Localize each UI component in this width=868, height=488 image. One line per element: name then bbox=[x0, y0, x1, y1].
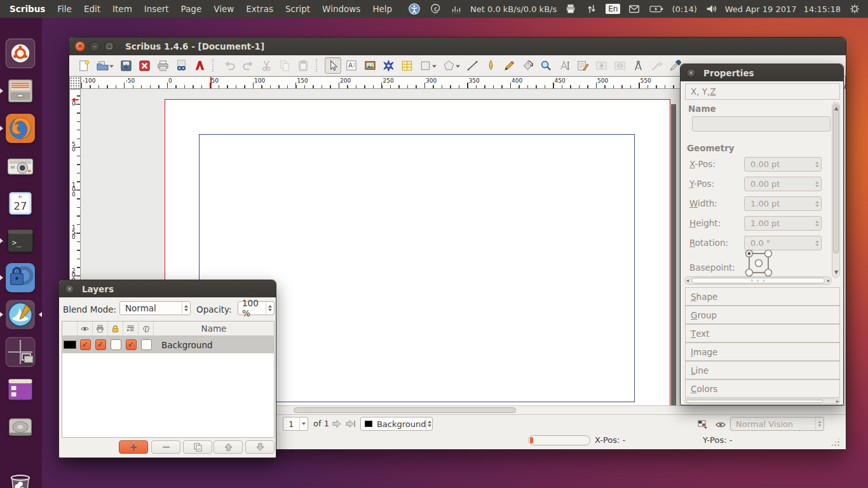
layers-titlebar[interactable]: ✕ Layers bbox=[59, 280, 276, 297]
duplicate-layer-button[interactable] bbox=[183, 440, 212, 454]
menu-insert[interactable]: Insert bbox=[144, 4, 169, 14]
section-colors[interactable]: Colors bbox=[685, 379, 840, 398]
window-resize-grip[interactable] bbox=[831, 437, 841, 446]
insert-polygon-button[interactable] bbox=[440, 57, 457, 74]
story-editor-button[interactable] bbox=[574, 57, 591, 74]
scrollbar-handle[interactable] bbox=[294, 407, 516, 413]
tab-xyz[interactable]: X, Y, Z bbox=[685, 83, 840, 100]
session-gear-icon[interactable] bbox=[848, 2, 862, 16]
close-document-button[interactable] bbox=[136, 57, 153, 74]
properties-horizontal-scrollbar[interactable]: ◂• • •▸ bbox=[684, 276, 832, 285]
window-maximize-button[interactable]: ▢ bbox=[104, 41, 114, 51]
insert-table-button[interactable] bbox=[398, 57, 415, 74]
insert-shape-button[interactable] bbox=[417, 57, 433, 74]
window-titlebar[interactable]: ✕ – ▢ Scribus 1.4.6 - [Document-1] bbox=[69, 37, 846, 55]
date-label[interactable]: Wed Apr 19 2017 bbox=[725, 4, 797, 14]
basepoint-selector[interactable] bbox=[744, 248, 773, 279]
open-document-button[interactable] bbox=[94, 57, 111, 74]
print-document-button[interactable] bbox=[154, 57, 171, 74]
battery-icon[interactable] bbox=[648, 2, 665, 16]
redo-button[interactable] bbox=[240, 57, 256, 74]
copy-button[interactable] bbox=[276, 57, 293, 74]
properties-bottom-scrollbar[interactable]: ▸ bbox=[684, 398, 840, 404]
layer-color-swatch[interactable] bbox=[64, 341, 76, 349]
new-document-button[interactable] bbox=[76, 57, 92, 74]
swirl-indicator-icon[interactable] bbox=[428, 2, 442, 16]
width-spinner[interactable]: 1.00 pt bbox=[744, 196, 822, 211]
remove-layer-button[interactable] bbox=[151, 440, 180, 454]
menu-edit[interactable]: Edit bbox=[84, 4, 100, 14]
y-pos-spinner[interactable]: 0.00 pt bbox=[744, 177, 822, 191]
section-text[interactable]: Text bbox=[685, 324, 840, 342]
rotate-item-button[interactable] bbox=[519, 57, 536, 74]
x-pos-spinner[interactable]: 0.00 pt bbox=[744, 157, 822, 172]
section-line[interactable]: Line bbox=[685, 361, 840, 379]
blend-mode-combo[interactable]: Normal bbox=[119, 301, 191, 315]
launcher-terminal-icon[interactable]: >_ bbox=[5, 226, 36, 256]
launcher-screenshot-camera-icon[interactable] bbox=[5, 151, 36, 181]
sync-arrows-icon[interactable] bbox=[585, 2, 599, 16]
launcher-firefox-icon[interactable] bbox=[5, 113, 36, 144]
layer-checkbox-5[interactable] bbox=[141, 339, 152, 350]
vision-mode-combo[interactable]: Normal Vision bbox=[730, 417, 824, 431]
lower-layer-button[interactable] bbox=[245, 440, 275, 454]
unlink-text-frames-button[interactable] bbox=[611, 57, 628, 74]
mail-icon[interactable] bbox=[627, 2, 641, 16]
insert-render-frame-button[interactable] bbox=[380, 57, 397, 74]
section-image[interactable]: Image bbox=[685, 342, 840, 361]
window-minimize-button[interactable]: – bbox=[90, 41, 100, 51]
launcher-desktop-window-icon[interactable] bbox=[5, 374, 36, 405]
launcher-passwords-keys-icon[interactable] bbox=[5, 262, 36, 293]
scrollbar-thumb[interactable] bbox=[833, 104, 839, 254]
paste-button[interactable] bbox=[295, 57, 311, 74]
layer-row[interactable]: Background bbox=[62, 336, 274, 353]
sound-icon[interactable] bbox=[704, 2, 718, 16]
layer-name[interactable]: Background bbox=[154, 340, 274, 350]
last-page-button[interactable] bbox=[345, 418, 356, 431]
ruler-origin-button[interactable] bbox=[69, 76, 81, 89]
edit-contents-button[interactable] bbox=[556, 57, 573, 74]
scrollbar-thumb[interactable]: • • • bbox=[691, 278, 825, 283]
insert-text-frame-button[interactable] bbox=[343, 57, 360, 74]
insert-line-button[interactable] bbox=[464, 57, 480, 74]
zoom-button[interactable] bbox=[538, 57, 554, 74]
time-label[interactable]: 14:15:18 bbox=[804, 4, 841, 14]
system-load-icon[interactable] bbox=[449, 2, 463, 16]
menu-file[interactable]: File bbox=[57, 4, 72, 14]
active-layer-combo[interactable]: Background bbox=[360, 417, 433, 431]
undo-button[interactable] bbox=[221, 57, 238, 74]
export-pdf-button[interactable] bbox=[191, 57, 208, 74]
name-input[interactable] bbox=[692, 116, 831, 132]
image-quality-icon[interactable] bbox=[697, 419, 709, 432]
layers-close-button[interactable]: ✕ bbox=[65, 284, 74, 294]
opacity-spinner[interactable]: 100 % bbox=[238, 301, 275, 315]
preview-mode-eye-icon[interactable] bbox=[715, 419, 726, 432]
copy-item-properties-button[interactable] bbox=[648, 57, 665, 74]
properties-vertical-scrollbar[interactable]: ▲▼ bbox=[832, 102, 840, 278]
launcher-workspace-switcher-icon[interactable] bbox=[5, 337, 36, 367]
menu-page[interactable]: Page bbox=[181, 4, 202, 14]
page-number-spinner[interactable]: 1 bbox=[283, 417, 308, 431]
menu-view[interactable]: View bbox=[214, 4, 234, 14]
properties-titlebar[interactable]: ✕ Properties bbox=[681, 64, 843, 81]
printer-indicator-icon[interactable] bbox=[564, 2, 578, 16]
insert-image-frame-button[interactable] bbox=[362, 57, 378, 74]
net-speed-label[interactable]: Net 0.0 kB/s/0.0 kB/s bbox=[470, 4, 557, 14]
layer-checkbox-3[interactable] bbox=[111, 339, 121, 350]
menu-extras[interactable]: Extras bbox=[246, 4, 273, 14]
menu-item[interactable]: Item bbox=[112, 4, 132, 14]
launcher-trash-icon[interactable] bbox=[5, 470, 36, 488]
insert-freehand-line-button[interactable] bbox=[501, 57, 517, 74]
save-document-button[interactable] bbox=[118, 57, 134, 74]
menu-scribus[interactable]: Scribus bbox=[10, 4, 45, 14]
next-page-button[interactable] bbox=[331, 418, 342, 431]
select-item-button[interactable] bbox=[325, 57, 341, 74]
layer-checkbox-4[interactable] bbox=[126, 339, 137, 350]
menu-windows[interactable]: Windows bbox=[322, 4, 360, 14]
raise-layer-button[interactable] bbox=[214, 440, 243, 454]
keyboard-layout-indicator[interactable]: En bbox=[606, 4, 620, 14]
menu-script[interactable]: Script bbox=[285, 4, 310, 14]
section-shape[interactable]: Shape bbox=[685, 287, 840, 306]
menu-help[interactable]: Help bbox=[372, 4, 392, 14]
link-text-frames-button[interactable] bbox=[593, 57, 609, 74]
